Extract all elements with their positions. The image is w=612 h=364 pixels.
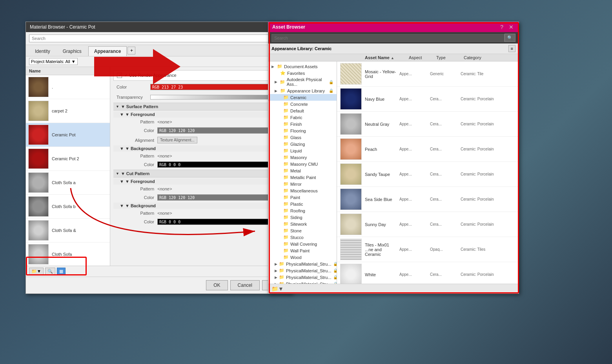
asset-category: Ceramic: Porcelain (461, 122, 515, 126)
material-list-item[interactable]: Cloth Sofa b (26, 195, 110, 219)
tree-item[interactable]: 📁 Glazing (268, 141, 337, 147)
asset-list-item[interactable]: Navy Blue Appe... Cera... Ceramic: Porce… (337, 87, 519, 112)
asset-folder-button[interactable]: 📁▼ (271, 286, 284, 292)
cut-bg-pattern-value[interactable]: <none> (157, 211, 172, 216)
cut-pattern-section[interactable]: ▼ ▼ Cut Pattern (113, 170, 289, 177)
tree-item[interactable]: 📁 Finish (268, 121, 337, 127)
fg-pattern-value[interactable]: <none> (157, 120, 172, 124)
tree-item[interactable]: 📁 Wall Paint (268, 247, 337, 254)
tree-item[interactable]: ▶ 📁 PhysicalMaterial_Stru... 🔒 (268, 274, 337, 281)
use-render-checkbox[interactable] (117, 73, 122, 78)
grid-toolbar-button[interactable]: ▦ (57, 268, 66, 275)
ok-button[interactable]: OK (206, 280, 228, 290)
tree-item[interactable]: 📁 Liquid (268, 147, 337, 154)
asset-list-item[interactable]: Sunny Day Appe... Cera... Ceramic: Porce… (337, 212, 519, 237)
use-render-row: ✓ Use Render Appearance (113, 70, 289, 81)
tree-item[interactable]: 📁 Plastic (268, 201, 337, 207)
tree-item[interactable]: 📁 Flooring (268, 127, 337, 134)
tree-item[interactable]: 📁 Miscellaneous (268, 187, 337, 194)
foreground-subsection[interactable]: ▼ ▼ Foreground (113, 111, 289, 118)
transparency-slider[interactable] (150, 95, 286, 100)
tree-item[interactable]: 📁 Stucco (268, 234, 337, 241)
asset-search-button[interactable]: 🔍 (505, 34, 515, 42)
tree-item[interactable]: ▶ 📁 PhysicalMaterial_Stru... 🔒 (268, 281, 337, 284)
asset-thumbnail (340, 188, 362, 210)
tree-item[interactable]: 📁 Metallic Paint (268, 174, 337, 181)
asset-list-item[interactable]: Sandy Taupe Appe... Cera... Ceramic: Por… (337, 162, 519, 187)
fg-color-swatch[interactable]: RGB 120 120 120 (157, 127, 286, 134)
tree-item[interactable]: 📁 Concrete (268, 101, 337, 107)
asset-name: Navy Blue (365, 97, 396, 101)
material-list-item[interactable]: Cloth Sofa & (26, 219, 110, 243)
asset-list-item[interactable]: Sea Side Blue Appe... Cera... Ceramic: P… (337, 187, 519, 212)
material-list-item[interactable]: Cloth Sofa a (26, 171, 110, 195)
tree-item[interactable]: 📁 Siding (268, 214, 337, 221)
tree-item[interactable]: 📁 Wood (268, 254, 337, 261)
asset-list-item[interactable]: White Appe... Cera... Ceramic: Porcelain (337, 262, 519, 284)
asset-list-item[interactable]: Neutral Gray Appe... Cera... Ceramic: Po… (337, 112, 519, 137)
asset-list: Mosaic - Yellow-Grid Appe... Generic Cer… (337, 62, 519, 284)
tree-item[interactable]: 📁 Sitework (268, 221, 337, 227)
material-list-item[interactable]: carpet 2 (26, 99, 110, 123)
tabs-bar: Identity Graphics Appearance + (26, 45, 292, 56)
tree-item[interactable]: 📁 Masonry CMU (268, 161, 337, 167)
bg-pattern-value[interactable]: <none> (157, 154, 172, 158)
project-dropdown[interactable]: Project Materials: All ▼ (29, 58, 78, 65)
tab-add-button[interactable]: + (128, 47, 135, 54)
tree-item[interactable]: 📁 Stone (268, 227, 337, 234)
folder-toolbar-button[interactable]: 📁▼ (29, 268, 44, 275)
texture-alignment-button[interactable]: Texture Alignment... (157, 137, 197, 143)
asset-list-item[interactable]: Tiles - Mix01 ...ne and Ceramic Appe... … (337, 237, 519, 262)
col-category[interactable]: Category (461, 55, 515, 60)
tree-item[interactable]: ▶ 📁 Autodesk Physical Ass... 🔒 (268, 76, 337, 87)
col-aspect[interactable]: Aspect (406, 55, 433, 60)
asset-search-input[interactable] (271, 34, 505, 42)
col-type[interactable]: Type (433, 55, 461, 60)
tree-item[interactable]: 📁 Masonry (268, 154, 337, 161)
cancel-button[interactable]: Cancel (230, 280, 260, 290)
search-toolbar-button[interactable]: 🔍 (45, 268, 55, 275)
asset-help-button[interactable]: ? (499, 24, 505, 30)
tree-item[interactable]: 📁 Ceramic (268, 94, 337, 101)
tree-item[interactable]: ⭐ Favorites (268, 70, 337, 76)
asset-aspect: Appe... (399, 272, 427, 277)
expand-icon: ▶ (275, 275, 277, 279)
tree-item[interactable]: 📁 Default (268, 107, 337, 114)
tree-item[interactable]: ▶ 📁 Appearance Library 🔒 (268, 87, 337, 94)
material-list-item[interactable]: Cloth Sofa (26, 243, 110, 266)
cut-fg-color-swatch[interactable]: RGB 120 120 120 (157, 194, 286, 201)
view-toggle-button[interactable]: ≡ (508, 45, 515, 52)
search-input[interactable] (29, 34, 277, 42)
tab-graphics[interactable]: Graphics (57, 46, 87, 56)
background-subsection[interactable]: ▼ ▼ Background (113, 145, 289, 152)
tree-item[interactable]: 📁 Roofing (268, 207, 337, 214)
asset-close-button[interactable]: ✕ (508, 24, 515, 30)
cut-fg-pattern-value[interactable]: <none> (157, 187, 172, 191)
material-list-item[interactable]: . (26, 75, 110, 99)
color-swatch[interactable]: RGB 213 27 23 (150, 84, 286, 90)
col-asset-name[interactable]: Asset Name ▲ (362, 55, 406, 60)
tree-item[interactable]: 📁 Paint (268, 194, 337, 201)
asset-list-item[interactable]: Peach Appe... Cera... Ceramic: Porcelain (337, 137, 519, 162)
cut-bg-color-swatch[interactable]: RGB 0 0 0 (157, 219, 286, 225)
cut-background-subsection[interactable]: ▼ ▼ Background (113, 203, 289, 209)
cut-bg-label: ▼ Background (125, 203, 156, 208)
tree-item[interactable]: 📁 Metal (268, 167, 337, 174)
tree-item[interactable]: ▶ 📁 PhysicalMaterial_Stru... 🔒 (268, 267, 337, 274)
tree-item[interactable]: ▶ 📁 PhysicalMaterial_Stru... 🔒 (268, 261, 337, 267)
tree-item[interactable]: 📁 Fabric (268, 114, 337, 121)
asset-list-item[interactable]: Mosaic - Yellow-Grid Appe... Generic Cer… (337, 62, 519, 87)
material-list-item[interactable]: Ceramic Pot (26, 123, 110, 147)
cut-foreground-subsection[interactable]: ▼ ▼ Foreground (113, 178, 289, 185)
tree-item[interactable]: 📁 Wall Covering (268, 241, 337, 247)
lock-icon: 🔒 (329, 89, 333, 93)
bg-color-swatch[interactable]: RGB 0 0 0 (157, 161, 286, 168)
tree-item[interactable]: 📁 Mirror (268, 181, 337, 187)
asset-name: Neutral Gray (365, 122, 396, 127)
tree-item[interactable]: ▶ 📁 Document Assets (268, 63, 337, 70)
surface-pattern-section[interactable]: ▼ ▼ Surface Pattern (113, 103, 289, 110)
material-list-item[interactable]: Ceramic Pot 2 (26, 147, 110, 171)
tab-appearance[interactable]: Appearance (88, 46, 127, 56)
tree-item[interactable]: 📁 Glass (268, 134, 337, 141)
tab-identity[interactable]: Identity (29, 46, 56, 56)
